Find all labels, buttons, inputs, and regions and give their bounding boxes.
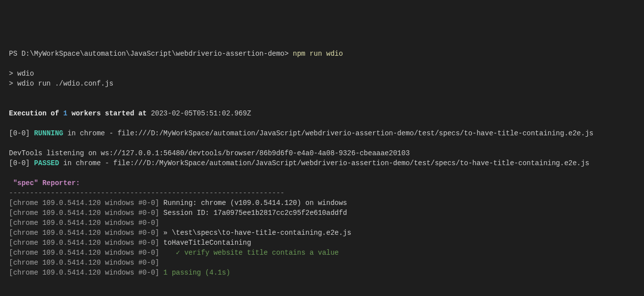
- exec-timestamp: 2023-02-05T05:51:02.969Z: [147, 109, 251, 117]
- spec-prefix: [chrome 109.0.5414.120 windows #0-0]: [9, 269, 159, 277]
- runner-status-line: [0-0] PASSED in chrome - file:///D:/MyWo…: [9, 159, 589, 167]
- spec-line: [chrome 109.0.5414.120 windows #0-0] toH…: [9, 239, 251, 247]
- spec-file-path: » \test\specs\to-have-title-containing.e…: [159, 229, 351, 237]
- check-icon: ✓: [176, 249, 184, 257]
- running-file: in chrome - file:///D:/MyWorkSpace/autom…: [63, 129, 593, 137]
- execution-header: Execution of 1 workers started at 2023-0…: [9, 109, 251, 117]
- spec-running: Running: chrome (v109.0.5414.120) on win…: [159, 199, 347, 207]
- npm-script-echo: > wdio: [9, 70, 34, 78]
- terminal-output[interactable]: PS D:\MyWorkSpace\automation\JavaScript\…: [9, 49, 635, 296]
- prompt-line: PS D:\MyWorkSpace\automation\JavaScript\…: [9, 50, 343, 58]
- runner-status-line: [0-0] RUNNING in chrome - file:///D:/MyW…: [9, 129, 593, 137]
- passed-file: in chrome - file:///D:/MyWorkSpace/autom…: [59, 159, 589, 167]
- spec-session: Session ID: 17a0975ee1b2817cc2c95f2e610a…: [159, 209, 347, 217]
- spec-test-name: verify website title contains a value: [184, 249, 339, 257]
- spec-line: [chrome 109.0.5414.120 windows #0-0] Run…: [9, 199, 347, 207]
- divider-dashes: ----------------------------------------…: [9, 189, 285, 197]
- spec-passing-summary: 1 passing (4.1s): [159, 269, 230, 277]
- exec-prefix: Execution of: [9, 109, 63, 117]
- spec-line: [chrome 109.0.5414.120 windows #0-0] Ses…: [9, 209, 347, 217]
- passed-status: PASSED: [34, 159, 59, 167]
- npm-script-echo: > wdio run ./wdio.conf.js: [9, 80, 113, 88]
- spec-line: [chrome 109.0.5414.120 windows #0-0]: [9, 219, 159, 227]
- spec-line: [chrome 109.0.5414.120 windows #0-0] » \…: [9, 229, 351, 237]
- runner-index: [0-0]: [9, 129, 34, 137]
- exec-mid: workers started at: [68, 109, 147, 117]
- devtools-line: DevTools listening on ws://127.0.0.1:564…: [9, 149, 410, 157]
- spec-prefix: [chrome 109.0.5414.120 windows #0-0]: [9, 219, 159, 227]
- worker-count: 1: [63, 109, 67, 117]
- command-text: npm run wdio: [293, 50, 343, 58]
- prompt-path: PS D:\MyWorkSpace\automation\JavaScript\…: [9, 50, 293, 58]
- spec-prefix: [chrome 109.0.5414.120 windows #0-0]: [9, 259, 159, 267]
- runner-index: [0-0]: [9, 159, 34, 167]
- spec-prefix: [chrome 109.0.5414.120 windows #0-0]: [9, 229, 159, 237]
- spec-pad: [159, 249, 176, 257]
- spec-line: [chrome 109.0.5414.120 windows #0-0] ✓ v…: [9, 249, 339, 257]
- spec-prefix: [chrome 109.0.5414.120 windows #0-0]: [9, 199, 159, 207]
- spec-line: [chrome 109.0.5414.120 windows #0-0] 1 p…: [9, 269, 230, 277]
- spec-line: [chrome 109.0.5414.120 windows #0-0]: [9, 259, 159, 267]
- spec-describe: toHaveTitleContaining: [159, 239, 251, 247]
- spec-prefix: [chrome 109.0.5414.120 windows #0-0]: [9, 239, 159, 247]
- spec-reporter-header: "spec" Reporter:: [9, 179, 80, 187]
- running-status: RUNNING: [34, 129, 63, 137]
- spec-prefix: [chrome 109.0.5414.120 windows #0-0]: [9, 249, 159, 257]
- spec-prefix: [chrome 109.0.5414.120 windows #0-0]: [9, 209, 159, 217]
